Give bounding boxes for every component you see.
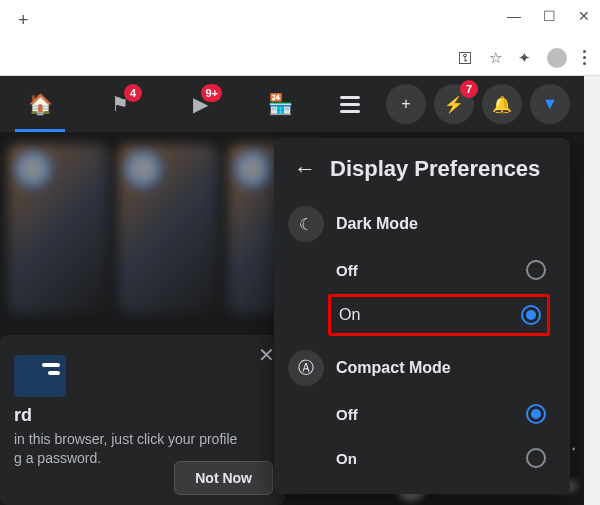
compact-mode-off-option[interactable]: Off xyxy=(288,392,566,436)
option-label: On xyxy=(336,450,357,467)
compact-mode-section: Ⓐ Compact Mode xyxy=(288,344,566,392)
pages-badge: 4 xyxy=(124,84,142,102)
nav-tab-watch[interactable]: ▶ 9+ xyxy=(160,76,240,132)
browser-tab-bar: + xyxy=(10,6,37,34)
login-prompt-card: ✕ rd in this browser, just click your pr… xyxy=(0,335,285,505)
prompt-illustration xyxy=(14,355,66,397)
account-menu-button[interactable]: ▼ xyxy=(530,84,570,124)
marketplace-icon: 🏪 xyxy=(268,92,293,116)
messenger-button[interactable]: ⚡ 7 xyxy=(434,84,474,124)
panel-title: Display Preferences xyxy=(330,156,540,182)
radio-selected-icon xyxy=(526,404,546,424)
option-label: Off xyxy=(336,406,358,423)
window-close-button[interactable]: ✕ xyxy=(578,8,590,24)
nav-actions: + ⚡ 7 🔔 ▼ xyxy=(386,84,584,124)
option-label: Off xyxy=(336,262,358,279)
dark-mode-off-option[interactable]: Off xyxy=(288,248,566,292)
radio-selected-icon xyxy=(521,305,541,325)
create-button[interactable]: + xyxy=(386,84,426,124)
radio-icon xyxy=(526,260,546,280)
compact-icon: Ⓐ xyxy=(288,350,324,386)
page-scrollbar[interactable] xyxy=(584,76,600,505)
plus-icon: + xyxy=(401,95,410,113)
option-label: On xyxy=(339,306,360,324)
story-card[interactable] xyxy=(118,144,218,314)
top-nav: 🏠 ⚑ 4 ▶ 9+ 🏪 + ⚡ 7 xyxy=(0,76,584,132)
display-preferences-panel: ← Display Preferences ☾ Dark Mode Off On… xyxy=(274,138,570,494)
extensions-icon[interactable]: ✦ xyxy=(518,49,531,67)
messenger-icon: ⚡ xyxy=(444,95,464,114)
window-maximize-button[interactable]: ☐ xyxy=(543,8,556,24)
moon-icon: ☾ xyxy=(288,206,324,242)
nav-tabs: 🏠 ⚑ 4 ▶ 9+ 🏪 xyxy=(0,76,320,132)
nav-tab-pages[interactable]: ⚑ 4 xyxy=(80,76,160,132)
browser-profile-avatar[interactable] xyxy=(547,48,567,68)
compact-mode-on-option[interactable]: On xyxy=(288,436,566,480)
dark-mode-label: Dark Mode xyxy=(336,215,418,233)
not-now-button[interactable]: Not Now xyxy=(174,461,273,495)
dark-mode-on-option[interactable]: On xyxy=(328,294,550,336)
prompt-title: rd xyxy=(14,405,271,426)
nav-more-button[interactable] xyxy=(330,84,370,124)
messenger-badge: 7 xyxy=(460,80,478,98)
nav-tab-marketplace[interactable]: 🏪 xyxy=(240,76,320,132)
compact-mode-label: Compact Mode xyxy=(336,359,451,377)
new-tab-button[interactable]: + xyxy=(10,6,37,35)
home-icon: 🏠 xyxy=(28,92,53,116)
bell-icon: 🔔 xyxy=(492,95,512,114)
story-card[interactable] xyxy=(8,144,108,314)
dark-mode-section: ☾ Dark Mode xyxy=(288,200,566,248)
key-icon[interactable]: ⚿ xyxy=(458,49,473,66)
window-minimize-button[interactable]: — xyxy=(507,8,521,24)
nav-tab-home[interactable]: 🏠 xyxy=(0,76,80,132)
window-controls: — ☐ ✕ xyxy=(507,8,590,24)
browser-menu-icon[interactable] xyxy=(583,50,586,65)
radio-icon xyxy=(526,448,546,468)
bookmark-star-icon[interactable]: ☆ xyxy=(489,49,502,67)
back-button[interactable]: ← xyxy=(288,152,322,186)
browser-toolbar: ⚿ ☆ ✦ xyxy=(0,40,600,76)
close-icon[interactable]: ✕ xyxy=(258,343,275,367)
notifications-button[interactable]: 🔔 xyxy=(482,84,522,124)
caret-down-icon: ▼ xyxy=(542,95,558,113)
app-viewport: 🏠 ⚑ 4 ▶ 9+ 🏪 + ⚡ 7 xyxy=(0,76,584,505)
watch-badge: 9+ xyxy=(201,84,222,102)
